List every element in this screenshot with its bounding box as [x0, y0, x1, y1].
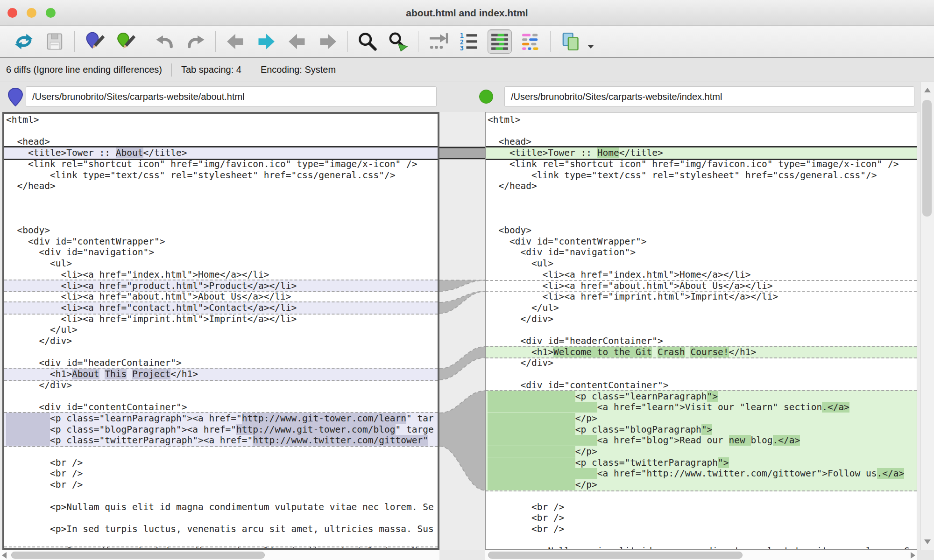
- syntax-highlight-icon[interactable]: [518, 29, 543, 54]
- code-line: <br />: [488, 524, 917, 535]
- copy-pages-icon: [560, 31, 580, 52]
- code-line: [488, 214, 917, 225]
- arrow-left-icon: [225, 31, 246, 52]
- code-line: [488, 203, 917, 214]
- encoding-label[interactable]: Encoding: System: [251, 64, 345, 75]
- code-line: <a href="blog">Read our new blog.</a>: [488, 435, 917, 446]
- code-line: <div id="headerContainer">: [6, 357, 438, 369]
- code-line: [6, 535, 438, 546]
- code-line: <li><a href="about.html">About Us</a></l…: [488, 280, 917, 292]
- save-icon: [44, 31, 65, 52]
- right-file-path-field[interactable]: /Users/brunobrito/Sites/carparts-website…: [504, 86, 914, 107]
- left-horizontal-scrollbar[interactable]: [0, 550, 439, 560]
- code-line: </p>: [488, 413, 917, 424]
- code-line: <body>: [6, 225, 438, 236]
- code-line: </ul>: [6, 324, 438, 336]
- code-line: <li><a href="index.html">Home</a></li>: [488, 269, 917, 280]
- save-icon[interactable]: [42, 29, 67, 54]
- mark-changes-left-icon[interactable]: [82, 29, 106, 54]
- scroll-down-arrow-icon[interactable]: [924, 539, 931, 544]
- right-code-pane[interactable]: <html> <head> <title>Tower :: Home</titl…: [485, 112, 917, 550]
- scroll-right-arrow-icon[interactable]: [911, 552, 915, 559]
- code-line: <li><a href="product.html">Product</a></…: [6, 280, 438, 292]
- undo-icon[interactable]: [153, 29, 177, 54]
- code-line: [6, 192, 438, 203]
- push-right-icon[interactable]: [316, 29, 340, 54]
- arrow-left-icon: [287, 31, 307, 52]
- insertion-marker: [486, 280, 917, 281]
- refresh-icon: [14, 31, 34, 52]
- code-line: <h1>About This Project</h1>: [6, 369, 438, 380]
- push-left-icon[interactable]: [285, 29, 309, 54]
- code-line: [488, 192, 917, 203]
- right-hscroll-thumb[interactable]: [488, 552, 743, 559]
- scroll-up-arrow-icon[interactable]: [924, 88, 931, 92]
- code-line: <head>: [488, 136, 917, 147]
- code-line: </p>: [488, 479, 917, 490]
- code-line: <li><a href="contact.html">Contact</a></…: [6, 302, 438, 314]
- tab-spacing-label[interactable]: Tab spacing: 4: [172, 64, 251, 75]
- refresh-icon[interactable]: [12, 29, 36, 54]
- line-numbers-icon[interactable]: 1 2 3: [457, 29, 481, 54]
- code-line: <br />: [6, 468, 438, 479]
- left-file-path-field[interactable]: /Users/brunobrito/Sites/carparts-website…: [26, 86, 437, 107]
- code-line: [6, 490, 438, 502]
- code-line: <div id="navigation">: [488, 247, 917, 258]
- next-change-icon[interactable]: [254, 29, 278, 54]
- window-title: about.html and index.html: [0, 0, 934, 26]
- code-line: <li><a href="about.html">About Us</a></l…: [6, 291, 438, 302]
- code-line: </div>: [6, 336, 438, 347]
- redo-icon[interactable]: [184, 29, 208, 54]
- code-line: [488, 535, 917, 546]
- copy-file-icon[interactable]: [558, 29, 582, 54]
- left-hscroll-thumb[interactable]: [11, 552, 265, 559]
- code-line: <link rel="shortcut icon" href="img/favi…: [488, 159, 917, 170]
- code-line: <br />: [6, 457, 438, 469]
- right-horizontal-scrollbar[interactable]: [485, 550, 917, 560]
- scroll-left-arrow-icon[interactable]: [2, 552, 7, 559]
- code-line: <div id="contentContainer">: [488, 380, 917, 391]
- status-bar: 6 diffs (Ignore line ending differences)…: [0, 58, 934, 82]
- line-numbers-icon: 1 2 3: [459, 31, 479, 52]
- code-line: [6, 446, 438, 457]
- previous-change-icon[interactable]: [223, 29, 248, 54]
- code-line: <li><a href="index.html">Home</a></li>: [6, 269, 438, 280]
- diff-gutter-connectors: [439, 112, 485, 550]
- find-next-icon[interactable]: [386, 29, 410, 54]
- toolbar-separator: [74, 31, 75, 52]
- code-line: <li><a href="imprint.html">Imprint</a></…: [488, 291, 917, 302]
- diff-area: <html> <head> <title>Tower :: About</tit…: [0, 112, 934, 550]
- code-line: [488, 324, 917, 336]
- code-line: [6, 347, 438, 358]
- find-icon[interactable]: [355, 29, 380, 54]
- code-line: [488, 369, 917, 380]
- code-line: [488, 126, 917, 137]
- vertical-scrollbar[interactable]: [920, 82, 934, 550]
- diff-connector: [439, 391, 485, 490]
- mark-changes-right-icon[interactable]: [113, 29, 137, 54]
- diff-connector: [439, 147, 485, 159]
- code-line: [6, 214, 438, 225]
- redo-icon: [185, 31, 206, 52]
- toolbar: 1 2 3: [0, 26, 934, 58]
- title-bar: about.html and index.html: [0, 0, 934, 26]
- blue-pin-pencil-icon: [84, 31, 105, 52]
- green-circle-icon: [479, 90, 493, 104]
- code-line: <p class="learnParagraph"><a href="http:…: [6, 413, 438, 424]
- highlight-changes-icon[interactable]: [488, 29, 512, 54]
- code-line: [6, 512, 438, 524]
- code-line: <br />: [6, 479, 438, 490]
- code-line: </div>: [488, 314, 917, 325]
- code-line: <br />: [488, 502, 917, 513]
- code-line: [488, 490, 917, 502]
- diff-connector: [439, 291, 485, 313]
- code-line: <div id="headerContainer">: [488, 336, 917, 347]
- go-to-line-icon[interactable]: [426, 29, 450, 54]
- code-line: <a href="http://www.twitter.com/gittower…: [488, 468, 917, 479]
- code-line: <p class="blogParagraph">: [488, 424, 917, 435]
- left-code-pane[interactable]: <html> <head> <title>Tower :: About</tit…: [2, 112, 439, 550]
- code-line: </head>: [488, 181, 917, 192]
- code-line: <title>Tower :: Home</title>: [488, 147, 917, 159]
- copy-dropdown-arrow[interactable]: [587, 45, 594, 49]
- vertical-scrollbar-thumb[interactable]: [922, 100, 932, 217]
